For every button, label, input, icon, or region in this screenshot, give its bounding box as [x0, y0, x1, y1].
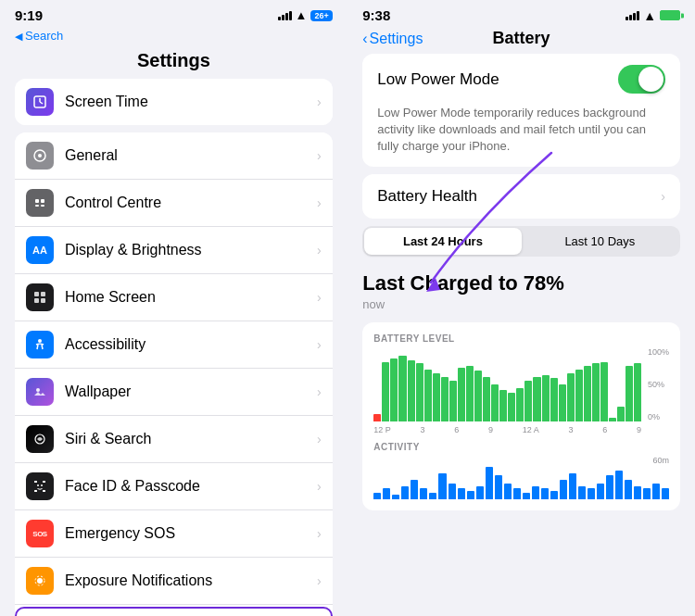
tab-24h[interactable]: Last 24 Hours	[364, 228, 521, 255]
svg-rect-8	[41, 205, 44, 207]
battery-bar	[474, 371, 482, 421]
battery-bar	[416, 363, 423, 421]
list-item-battery[interactable]: Battery ›	[15, 607, 333, 616]
activity-bar	[532, 486, 539, 499]
sos-label: Emergency SOS	[65, 525, 317, 542]
chevron-icon: ›	[317, 479, 322, 494]
exposure-label: Exposure Notifications	[65, 572, 317, 589]
wallpaper-icon	[26, 378, 54, 406]
battery-bar	[559, 384, 566, 421]
battery-bar	[609, 418, 616, 421]
battery-health-row[interactable]: Battery Health ›	[362, 174, 680, 219]
battery-bar	[449, 381, 457, 421]
battery-bar	[491, 384, 499, 421]
battery-bar	[542, 375, 550, 421]
low-power-toggle[interactable]	[618, 65, 665, 94]
battery-bar	[499, 390, 507, 421]
activity-bar	[383, 488, 390, 498]
battery-bar	[567, 373, 575, 421]
battery-bar	[508, 393, 515, 421]
battery-bar	[466, 366, 474, 421]
back-button[interactable]: ‹ Settings	[362, 31, 423, 47]
list-item-sos[interactable]: SOS Emergency SOS ›	[15, 510, 333, 558]
chevron-icon: ›	[317, 195, 322, 210]
battery-content: Low Power Mode Low Power Mode temporaril…	[348, 54, 695, 616]
x-label: 3	[568, 425, 573, 434]
activity-bar	[495, 475, 502, 498]
battery-bar	[550, 378, 558, 421]
list-item-display[interactable]: AA Display & Brightness ›	[15, 227, 333, 274]
list-item-home[interactable]: Home Screen ›	[15, 274, 333, 321]
svg-rect-16	[34, 481, 37, 483]
battery-bar	[516, 388, 524, 421]
list-item-screen-time[interactable]: Screen Time ›	[15, 79, 333, 125]
activity-bars	[373, 467, 669, 499]
battery-bar	[575, 370, 583, 421]
svg-rect-5	[35, 199, 39, 203]
wallpaper-label: Wallpaper	[65, 383, 317, 400]
home-label: Home Screen	[65, 289, 317, 306]
activity-bar	[578, 486, 586, 499]
battery-bar	[382, 362, 389, 421]
activity-bar	[429, 493, 436, 499]
left-time: 9:19	[15, 7, 43, 23]
right-nav: ‹ Settings Battery	[348, 27, 695, 54]
settings-section-main: General › Control Centre › AA Display & …	[15, 132, 333, 616]
battery-chart-area: 100% 50% 0%	[373, 347, 669, 421]
activity-bar	[438, 473, 446, 499]
signal-icon	[278, 11, 292, 20]
svg-rect-6	[41, 199, 44, 203]
activity-bar	[606, 475, 613, 498]
toggle-knob	[638, 67, 663, 92]
battery-bar	[626, 366, 633, 421]
y-label-100: 100%	[648, 347, 669, 357]
siri-icon	[26, 425, 54, 453]
activity-bar	[486, 467, 493, 499]
chevron-icon: ›	[317, 337, 322, 352]
list-item-siri[interactable]: Siri & Search ›	[15, 416, 333, 463]
svg-rect-7	[35, 205, 39, 207]
activity-max-label: 60m	[652, 456, 669, 465]
charge-title: Last Charged to 78%	[362, 271, 680, 295]
control-icon	[26, 189, 54, 217]
svg-rect-11	[34, 298, 39, 303]
battery-bar	[398, 356, 406, 421]
activity-bar	[560, 480, 567, 499]
back-chevron-icon: ‹	[362, 31, 367, 47]
svg-point-14	[36, 388, 40, 392]
list-item-control[interactable]: Control Centre ›	[15, 180, 333, 227]
wifi-icon: ▲	[296, 8, 308, 22]
low-power-label: Low Power Mode	[377, 70, 618, 89]
list-item-faceid[interactable]: Face ID & Passcode ›	[15, 463, 333, 510]
y-axis-labels: 100% 50% 0%	[648, 347, 669, 421]
left-status-bar: 9:19 ▲ 26+	[0, 0, 348, 27]
battery-bar	[617, 407, 625, 421]
list-item-accessibility[interactable]: Accessibility ›	[15, 321, 333, 369]
general-icon	[26, 142, 54, 170]
activity-bar	[401, 486, 409, 499]
back-label: Settings	[370, 31, 423, 47]
settings-section-top: Screen Time ›	[15, 79, 333, 125]
chevron-icon: ›	[317, 384, 322, 399]
battery-chart-label: BATTERY LEVEL	[373, 333, 669, 344]
activity-bar	[513, 488, 521, 498]
activity-bar	[411, 480, 418, 499]
activity-bar	[569, 473, 576, 499]
battery-health-card[interactable]: Battery Health ›	[362, 174, 680, 219]
accessibility-label: Accessibility	[65, 336, 317, 353]
list-item-exposure[interactable]: Exposure Notifications ›	[15, 558, 333, 605]
list-item-general[interactable]: General ›	[15, 132, 333, 180]
screen-time-label: Screen Time	[65, 94, 317, 110]
battery-status-icon	[660, 10, 680, 20]
x-label: 9	[488, 425, 493, 434]
left-back-link[interactable]: Search	[0, 27, 348, 46]
x-axis-labels: 12 P36912 A369	[373, 425, 669, 434]
list-item-wallpaper[interactable]: Wallpaper ›	[15, 369, 333, 416]
siri-label: Siri & Search	[65, 431, 317, 447]
battery-bar	[433, 373, 440, 421]
battery-bar	[483, 377, 490, 421]
charge-section: Last Charged to 78% now	[362, 264, 680, 322]
tab-10d[interactable]: Last 10 Days	[522, 228, 678, 255]
battery-bar	[533, 377, 540, 421]
activity-bar	[476, 486, 484, 499]
